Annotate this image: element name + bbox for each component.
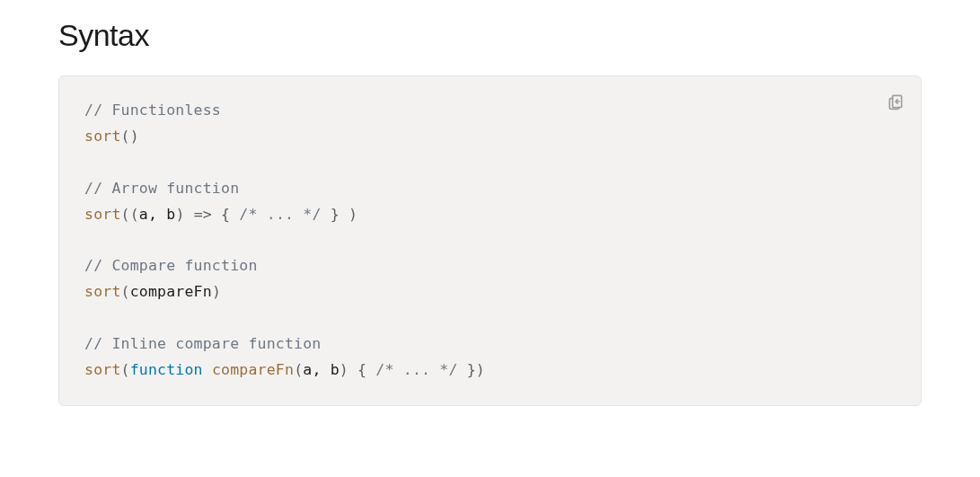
code-token: } ) bbox=[322, 206, 358, 223]
code-token: sort bbox=[84, 206, 121, 223]
code-token: ( bbox=[121, 283, 130, 300]
code-content: // Functionlesssort()// Arrow functionso… bbox=[84, 98, 896, 384]
code-token: function bbox=[130, 361, 203, 378]
code-line: // Inline compare function bbox=[84, 331, 896, 358]
code-token: compareFn bbox=[130, 283, 212, 300]
code-token: // Compare function bbox=[84, 257, 258, 274]
code-blank-line bbox=[84, 150, 896, 176]
code-token: compareFn bbox=[212, 361, 294, 378]
code-token: sort bbox=[84, 128, 121, 145]
code-token: }) bbox=[458, 361, 485, 378]
code-line: // Compare function bbox=[84, 253, 896, 279]
code-block: // Functionlesssort()// Arrow functionso… bbox=[58, 75, 922, 406]
code-token: () bbox=[121, 128, 139, 145]
code-token: ) bbox=[212, 283, 221, 300]
code-line: sort() bbox=[84, 124, 896, 150]
copy-button[interactable] bbox=[883, 89, 908, 114]
code-token: /* ... */ bbox=[239, 206, 321, 223]
code-token: // Arrow function bbox=[84, 180, 239, 197]
code-token: sort bbox=[84, 361, 121, 378]
code-line: // Functionless bbox=[84, 98, 896, 124]
code-token: ( bbox=[294, 361, 303, 378]
code-token: => bbox=[194, 206, 212, 223]
code-blank-line bbox=[84, 227, 896, 253]
code-token: ( bbox=[121, 361, 130, 378]
code-token: sort bbox=[84, 283, 121, 300]
code-line: sort(compareFn) bbox=[84, 279, 896, 305]
section-heading-syntax: Syntax bbox=[58, 18, 922, 53]
code-token: // Inline compare function bbox=[84, 335, 321, 352]
code-line: // Arrow function bbox=[84, 176, 896, 202]
code-line: sort(function compareFn(a, b) { /* ... *… bbox=[84, 358, 896, 384]
code-blank-line bbox=[84, 305, 896, 331]
code-token: /* ... */ bbox=[375, 361, 457, 378]
code-line: sort((a, b) => { /* ... */ } ) bbox=[84, 202, 896, 228]
clipboard-icon bbox=[887, 93, 905, 110]
code-token: a, b bbox=[139, 206, 176, 223]
code-token: // Functionless bbox=[84, 102, 221, 119]
code-token: (( bbox=[121, 206, 139, 223]
code-token bbox=[203, 361, 212, 378]
code-token: ) { bbox=[340, 361, 376, 378]
code-token: a, b bbox=[303, 361, 340, 378]
code-token: { bbox=[212, 206, 239, 223]
code-token: ) bbox=[175, 206, 193, 223]
